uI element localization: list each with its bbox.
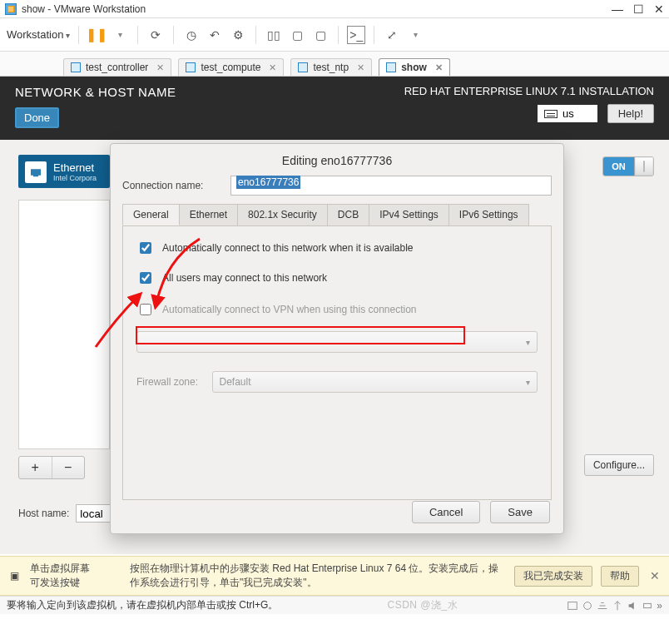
vm-icon xyxy=(71,62,81,72)
guest-screen[interactable]: NETWORK & HOST NAME Done RED HAT ENTERPR… xyxy=(0,77,669,556)
hint-icon: ▣ xyxy=(7,570,22,582)
close-icon[interactable]: ✕ xyxy=(156,62,164,73)
chevron-down-icon: ▾ xyxy=(526,338,530,347)
clock-icon[interactable]: ◷ xyxy=(182,26,201,44)
autovpn-label: Automatically connect to VPN when using … xyxy=(162,304,417,315)
nic-card[interactable]: Ethernet Intel Corpora xyxy=(18,155,110,188)
cd-icon xyxy=(582,600,593,612)
firewall-zone-select[interactable]: Default ▾ xyxy=(212,371,538,393)
cancel-button[interactable]: Cancel xyxy=(412,501,480,523)
layout1-icon[interactable]: ▯▯ xyxy=(265,26,283,44)
add-device-button[interactable]: + xyxy=(19,457,52,478)
vm-icon xyxy=(386,62,396,72)
vm-icon xyxy=(298,62,308,72)
autoconnect-label: Automatically connect to this network wh… xyxy=(162,242,413,254)
connection-name-input[interactable]: eno16777736 xyxy=(230,176,552,196)
play-dropdown-icon[interactable]: ▾ xyxy=(111,26,129,44)
status-tray: » xyxy=(567,600,662,612)
fullscreen-drop-icon[interactable]: ▾ xyxy=(406,26,424,44)
window-title: show - VMware Workstation xyxy=(22,3,146,15)
tab-test-compute[interactable]: test_compute ✕ xyxy=(178,58,284,76)
vmware-logo-icon xyxy=(5,3,17,15)
maximize-button[interactable]: ☐ xyxy=(633,2,644,16)
tab-show[interactable]: show ✕ xyxy=(379,58,450,76)
install-done-button[interactable]: 我已完成安装 xyxy=(514,566,592,587)
tab-ipv6[interactable]: IPv6 Settings xyxy=(448,204,529,225)
tab-dcb[interactable]: DCB xyxy=(327,204,369,225)
pause-icon[interactable]: ❚❚ xyxy=(87,26,106,44)
hostname-label: Host name: xyxy=(18,508,69,519)
layout2-icon[interactable]: ▢ xyxy=(288,26,306,44)
svg-rect-2 xyxy=(644,603,652,607)
tab-ipv4[interactable]: IPv4 Settings xyxy=(369,204,449,225)
remove-device-button[interactable]: − xyxy=(52,457,85,478)
svg-point-1 xyxy=(584,602,592,609)
autoconnect-checkbox[interactable] xyxy=(140,242,151,254)
vm-hint-bar: ▣ 单击虚拟屏幕 可发送按键 按照在物理计算机中的步骤安装 Red Hat En… xyxy=(0,556,669,596)
snapshot-icon[interactable]: ⟳ xyxy=(146,26,165,44)
tab-general[interactable]: General xyxy=(122,204,180,225)
device-list[interactable] xyxy=(18,200,110,449)
disk-icon xyxy=(567,600,578,612)
chevron-right-icon[interactable]: » xyxy=(657,600,662,612)
save-button[interactable]: Save xyxy=(490,501,550,523)
minimize-button[interactable]: — xyxy=(612,2,623,16)
vpn-select: ▾ xyxy=(136,331,538,353)
tab-pane-general: Automatically connect to this network wh… xyxy=(122,225,552,500)
usb-icon xyxy=(612,600,623,612)
layout3-icon[interactable]: ▢ xyxy=(311,26,330,44)
toggle-knob xyxy=(635,157,653,176)
dialog-title: Editing eno16777736 xyxy=(122,154,552,167)
connection-toggle[interactable]: ON xyxy=(602,156,654,176)
keyboard-indicator[interactable]: us xyxy=(538,105,597,122)
close-icon[interactable]: ✕ xyxy=(357,62,364,73)
tab-test-controller[interactable]: test_controller ✕ xyxy=(63,58,171,76)
vm-icon xyxy=(186,62,196,72)
chevron-down-icon: ▾ xyxy=(526,378,530,387)
page-title: NETWORK & HOST NAME xyxy=(15,85,176,99)
product-name: RED HAT ENTERPRISE LINUX 7.1 INSTALLATIO… xyxy=(404,85,654,97)
configure-button[interactable]: Configure... xyxy=(584,454,654,476)
fullscreen-icon[interactable]: ⤢ xyxy=(383,26,401,44)
dialog-tabs: General Ethernet 802.1x Security DCB IPv… xyxy=(122,204,552,225)
status-text: 要将输入定向到该虚拟机，请在虚拟机内部单击或按 Ctrl+G。 xyxy=(7,598,278,612)
hint-close-button[interactable]: ✕ xyxy=(647,569,662,582)
device-add-remove: + − xyxy=(18,456,85,479)
watermark-text: CSDN @浇_水 xyxy=(387,598,458,612)
vmware-toolbar: Workstation ❚❚ ▾ ⟳ ◷ ↶ ⚙ ▯▯ ▢ ▢ >_ ⤢ ▾ xyxy=(0,18,669,52)
tab-8021x[interactable]: 802.1x Security xyxy=(237,204,328,225)
firewall-zone-label: Firewall zone: xyxy=(136,376,204,388)
svg-rect-0 xyxy=(568,602,577,609)
close-button[interactable]: ✕ xyxy=(654,2,664,16)
manage-icon[interactable]: ⚙ xyxy=(229,26,247,44)
tab-ethernet[interactable]: Ethernet xyxy=(179,204,238,225)
revert-icon[interactable]: ↶ xyxy=(206,26,224,44)
printer-icon xyxy=(642,600,653,612)
hint-left-text: 单击虚拟屏幕 可发送按键 xyxy=(30,562,121,590)
net-icon xyxy=(597,600,608,612)
close-icon[interactable]: ✕ xyxy=(269,62,276,73)
autovpn-checkbox[interactable] xyxy=(140,304,151,315)
status-bar: 要将输入定向到该虚拟机，请在虚拟机内部单击或按 Ctrl+G。 CSDN @浇_… xyxy=(0,596,669,614)
sound-icon xyxy=(627,600,638,612)
hint-help-button[interactable]: 帮助 xyxy=(601,566,639,587)
allusers-label: All users may connect to this network xyxy=(162,272,327,284)
ethernet-icon xyxy=(25,161,47,183)
close-icon[interactable]: ✕ xyxy=(435,62,443,73)
hint-main-text: 按照在物理计算机中的步骤安装 Red Hat Enterprise Linux … xyxy=(130,562,506,590)
installer-body: Ethernet Intel Corpora ON + − Configure.… xyxy=(0,140,669,554)
installer-header: NETWORK & HOST NAME Done RED HAT ENTERPR… xyxy=(0,77,669,140)
vm-tabbar: test_controller ✕ test_compute ✕ test_nt… xyxy=(0,52,669,77)
done-button[interactable]: Done xyxy=(15,107,59,128)
allusers-checkbox[interactable] xyxy=(140,272,151,284)
console-icon[interactable]: >_ xyxy=(347,26,365,44)
edit-connection-dialog: Editing eno16777736 Connection name: eno… xyxy=(110,143,564,534)
help-button[interactable]: Help! xyxy=(607,104,654,123)
tab-test-ntp[interactable]: test_ntp ✕ xyxy=(290,58,372,76)
keyboard-icon xyxy=(544,110,558,118)
connection-name-label: Connection name: xyxy=(122,180,222,191)
workstation-menu[interactable]: Workstation xyxy=(7,28,70,41)
window-titlebar: show - VMware Workstation — ☐ ✕ xyxy=(0,0,669,18)
